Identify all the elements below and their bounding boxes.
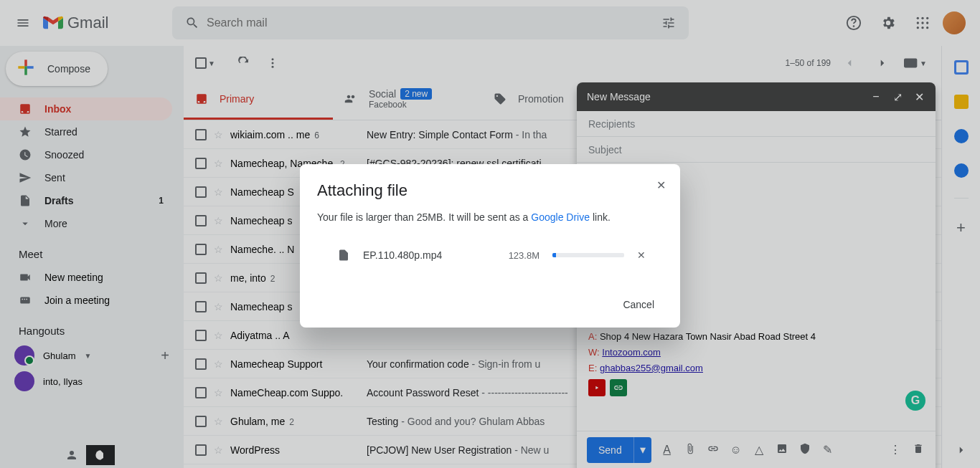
progress-bar — [552, 253, 624, 257]
file-icon — [337, 249, 350, 262]
close-icon[interactable]: ✕ — [656, 178, 666, 192]
google-drive-link[interactable]: Google Drive — [531, 211, 590, 223]
file-size: 123.8M — [509, 250, 540, 261]
dialog-body: Your file is larger than 25MB. It will b… — [317, 211, 663, 223]
attaching-file-dialog: ✕ Attaching file Your file is larger tha… — [300, 164, 680, 328]
dialog-text-pre: Your file is larger than 25MB. It will b… — [317, 211, 531, 223]
cancel-upload-icon[interactable]: ✕ — [637, 249, 646, 261]
file-name: EP.110.480p.mp4 — [363, 249, 496, 261]
cancel-button[interactable]: Cancel — [614, 293, 663, 316]
dialog-title: Attaching file — [317, 181, 663, 200]
file-row: EP.110.480p.mp4 123.8M ✕ — [317, 249, 663, 262]
dialog-text-post: link. — [590, 211, 611, 223]
